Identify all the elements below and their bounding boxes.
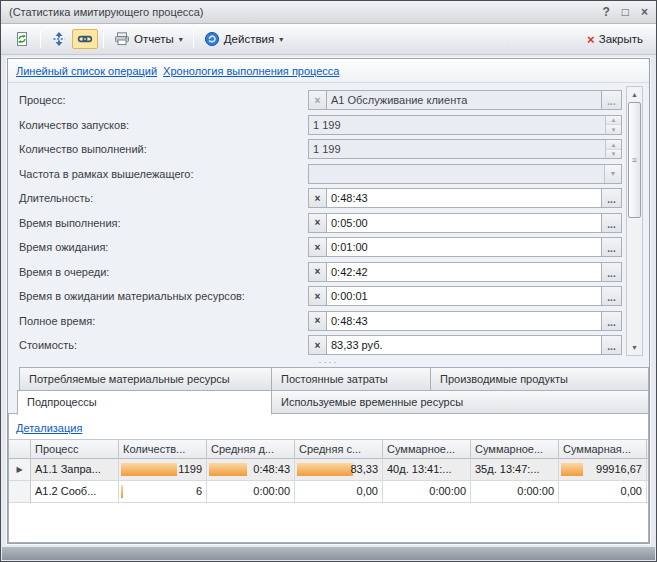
scrollbar-track[interactable] [627, 218, 642, 340]
window-close-button[interactable]: × [641, 5, 648, 19]
chain-link-icon [77, 31, 93, 47]
launch-count-value: 1 199 [309, 116, 605, 134]
queue-time-value[interactable]: 0:42:42 [327, 263, 601, 281]
spin-up-icon: ▲ [606, 116, 621, 125]
cell-total-time-2[interactable]: 0:00:00 [471, 481, 559, 503]
cell-total-cost[interactable]: 99916,67 [559, 459, 647, 481]
spinner: ▲ ▼ [605, 140, 621, 158]
main-panel: Линейный список операций Хронология выпо… [7, 58, 650, 544]
column-header[interactable]: Суммарное... [471, 439, 559, 459]
close-button[interactable]: × Закрыть [582, 30, 648, 49]
cost-value[interactable]: 83,33 руб. [327, 336, 601, 354]
actions-dropdown-icon: ▾ [279, 35, 283, 44]
execution-count-label: Количество выполнений: [19, 143, 308, 155]
cell-process[interactable]: A1.2 Сооб... [31, 481, 119, 503]
cell-fixed[interactable]: 0,00 [647, 481, 649, 503]
combo-dropdown-icon: ▼ [604, 165, 621, 183]
ellipsis-button[interactable]: ... [601, 336, 621, 354]
tab-consumed-material-resources[interactable]: Потребляемые материальные ресурсы [19, 367, 272, 391]
tab-subprocesses-active[interactable]: Подпроцессы [17, 390, 272, 415]
launch-count-field: 1 199 ▲ ▼ [308, 115, 622, 135]
title-bar[interactable]: (Статистика имитирующего процесса) ? □ × [1, 1, 656, 24]
refresh-button[interactable] [9, 29, 35, 49]
column-header[interactable]: Постоянны... [647, 439, 649, 459]
value-bar [561, 463, 583, 476]
ellipsis-button[interactable]: ... [601, 287, 621, 305]
cell-avg-duration[interactable]: 0:00:00 [207, 481, 295, 503]
scrollbar-thumb[interactable]: ≡ [628, 102, 641, 218]
cell-total-time-1[interactable]: 0:00:00 [383, 481, 471, 503]
cell-count[interactable]: 1199 [119, 459, 207, 481]
help-button[interactable]: ? [602, 5, 609, 19]
clear-button[interactable]: × [309, 336, 327, 354]
links-bar: Линейный список операций Хронология выпо… [8, 59, 649, 83]
table-row[interactable]: ▶ A1.1 Запра... 1199 0:48:43 83,33 40д. … [9, 459, 648, 481]
ellipsis-button[interactable]: ... [601, 189, 621, 207]
cell-avg-duration[interactable]: 0:48:43 [207, 459, 295, 481]
form-area: Процесс: × A1 Обслуживание клиента ... К… [8, 83, 649, 358]
column-header[interactable]: Суммарное... [383, 439, 471, 459]
clear-button[interactable]: × [309, 214, 327, 232]
tab-produced-products[interactable]: Производимые продукты [430, 367, 649, 391]
toolbar-separator [103, 30, 104, 48]
reports-button[interactable]: Отчеты ▾ [109, 29, 188, 49]
column-header[interactable]: Количеств... [119, 439, 207, 459]
column-header[interactable]: Суммарная... [559, 439, 647, 459]
maximize-button[interactable]: □ [622, 5, 629, 19]
ellipsis-button[interactable]: ... [601, 238, 621, 256]
splitter-handle[interactable]: ···· [8, 358, 649, 367]
cell-total-time-2[interactable]: 35д. 13:47:... [471, 459, 559, 481]
process-chronology-link[interactable]: Хронология выполнения процесса [163, 65, 339, 77]
clear-button[interactable]: × [309, 312, 327, 330]
row-arrow-icon: ▶ [16, 465, 22, 474]
cell-process[interactable]: A1.1 Запра... [31, 459, 119, 481]
material-wait-time-value[interactable]: 0:00:01 [327, 287, 601, 305]
clear-button[interactable]: × [309, 287, 327, 305]
ellipsis-button[interactable]: ... [601, 214, 621, 232]
clear-button[interactable]: × [309, 263, 327, 281]
form-scrollbar[interactable]: ▲ ≡ ▼ [626, 86, 643, 356]
detail-link[interactable]: Детализация [16, 422, 82, 434]
link-toggle-button[interactable] [72, 29, 98, 49]
column-header[interactable]: Средняя с... [295, 439, 383, 459]
column-header[interactable]: Средняя д... [207, 439, 295, 459]
linear-operations-link[interactable]: Линейный список операций [16, 65, 157, 77]
split-view-button[interactable] [46, 29, 72, 49]
duration-label: Длительность: [19, 192, 308, 204]
tab-fixed-costs[interactable]: Постоянные затраты [271, 367, 431, 391]
cell-avg-cost[interactable]: 83,33 [295, 459, 383, 481]
ellipsis-button[interactable]: ... [601, 312, 621, 330]
form-row: Время в ожидании материальных ресурсов: … [8, 284, 649, 309]
cell-avg-cost[interactable]: 0,00 [295, 481, 383, 503]
cost-field: × 83,33 руб. ... [308, 335, 622, 355]
cell-total-time-1[interactable]: 40д. 13:41:... [383, 459, 471, 481]
value-bar [297, 463, 353, 476]
execution-time-value[interactable]: 0:05:00 [327, 214, 601, 232]
cell-count[interactable]: 6 [119, 481, 207, 503]
actions-button[interactable]: Действия ▾ [199, 29, 288, 49]
clear-button[interactable]: × [309, 238, 327, 256]
form-row: Длительность: × 0:48:43 ... [8, 186, 649, 211]
total-time-value[interactable]: 0:48:43 [327, 312, 601, 330]
ellipsis-button[interactable]: ... [601, 263, 621, 281]
cost-label: Стоимость: [19, 339, 308, 351]
window-title: (Статистика имитирующего процесса) [9, 6, 204, 18]
scroll-up-button[interactable]: ▲ [627, 87, 642, 102]
tab-row-1: Потребляемые материальные ресурсы Постоя… [8, 367, 649, 391]
spinner: ▲ ▼ [605, 116, 621, 134]
actions-label: Действия [224, 33, 274, 45]
form-row: Стоимость: × 83,33 руб. ... [8, 333, 649, 358]
column-header[interactable]: Процесс [31, 439, 119, 459]
spin-down-icon: ▼ [606, 149, 621, 159]
scroll-down-button[interactable]: ▼ [627, 340, 642, 355]
waiting-time-value[interactable]: 0:01:00 [327, 238, 601, 256]
duration-value[interactable]: 0:48:43 [327, 189, 601, 207]
tab-used-temporary-resources[interactable]: Используемые временные ресурсы [271, 390, 649, 414]
cell-fixed[interactable]: 0,00 [647, 459, 649, 481]
table-row[interactable]: A1.2 Сооб... 6 0:00:00 0,00 0:00:00 0:00… [9, 481, 648, 503]
execution-count-value: 1 199 [309, 140, 605, 158]
process-field: × A1 Обслуживание клиента ... [308, 90, 622, 110]
clear-button[interactable]: × [309, 189, 327, 207]
cell-total-cost[interactable]: 0,00 [559, 481, 647, 503]
split-arrows-icon [51, 31, 67, 47]
